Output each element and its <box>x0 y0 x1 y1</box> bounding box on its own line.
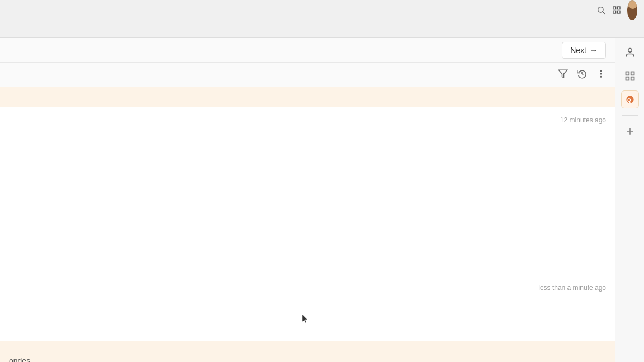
timestamp-2: less than a minute ago <box>538 284 606 292</box>
svg-point-8 <box>600 73 602 74</box>
filter-icon[interactable] <box>558 69 568 81</box>
svg-point-9 <box>600 76 602 77</box>
svg-line-1 <box>603 12 605 14</box>
svg-rect-3 <box>617 7 620 9</box>
svg-marker-6 <box>559 70 567 78</box>
svg-rect-13 <box>626 77 629 80</box>
main-layout: Next → <box>0 38 644 362</box>
svg-point-7 <box>600 70 602 72</box>
svg-point-10 <box>628 49 632 53</box>
highlight-row <box>0 87 615 107</box>
bottom-message: ondes. <box>0 341 615 362</box>
sidebar-user-icon[interactable] <box>620 42 640 63</box>
more-icon[interactable] <box>596 69 606 81</box>
avatar[interactable] <box>627 5 637 15</box>
right-sidebar: Q <box>615 38 644 362</box>
svg-rect-4 <box>613 11 616 13</box>
browser-bar <box>0 0 644 20</box>
second-toolbar <box>0 20 644 38</box>
svg-text:Q: Q <box>627 97 631 103</box>
sidebar-grid-icon[interactable] <box>620 66 640 86</box>
svg-rect-12 <box>631 72 634 75</box>
svg-rect-2 <box>613 7 616 9</box>
sidebar-add-icon[interactable] <box>620 121 640 141</box>
svg-rect-11 <box>626 72 629 75</box>
content-area: Next → <box>0 38 615 362</box>
history-icon[interactable] <box>577 69 587 81</box>
svg-point-0 <box>598 7 603 12</box>
content-toolbar: Next → <box>0 38 615 63</box>
bottom-message-text: ondes. <box>9 356 32 363</box>
cursor-icon <box>302 314 309 324</box>
timestamp-1: 12 minutes ago <box>9 116 606 124</box>
search-icon[interactable] <box>596 5 606 15</box>
svg-rect-5 <box>617 11 620 13</box>
filter-toolbar <box>0 63 615 87</box>
grid-icon[interactable] <box>612 5 622 15</box>
chat-area[interactable]: 12 minutes ago less than a minute ago <box>0 107 615 341</box>
svg-rect-14 <box>631 77 634 80</box>
sidebar-divider <box>622 115 638 116</box>
next-button[interactable]: Next → <box>562 42 606 59</box>
browser-icons <box>596 5 637 15</box>
sidebar-app-icon[interactable]: Q <box>620 89 640 109</box>
next-label: Next <box>570 46 586 55</box>
next-arrow: → <box>590 46 598 55</box>
